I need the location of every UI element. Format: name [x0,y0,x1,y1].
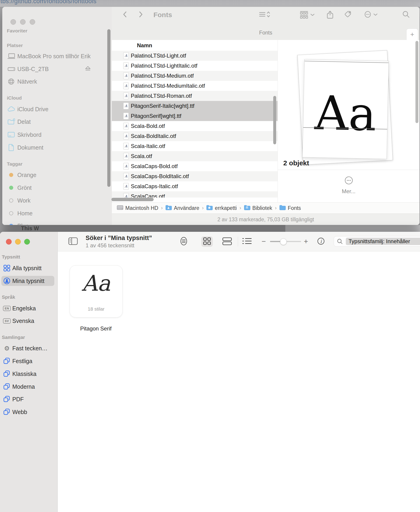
file-row[interactable]: AScala.otf [112,151,278,161]
breadcrumb-item[interactable]: Fonts [279,205,301,212]
breadcrumb-item[interactable]: errkapetti [206,205,237,212]
file-row[interactable]: APalatinoLTStd-MediumItalic.otf [112,81,278,91]
finder-sidebar-item[interactable]: Home [2,208,110,218]
eject-icon[interactable] [84,66,91,72]
list-column-header[interactable]: Namn [112,40,278,51]
fontbook-sidebar-item[interactable]: Alla typsnitt [0,263,58,273]
sidebar-toggle-button[interactable] [68,237,78,246]
fontbook-sidebar-item[interactable]: Moderna [0,382,58,392]
search-icon [337,238,343,245]
sidebar-toggle-icon [68,242,78,246]
fontbook-subtitle: 1 av 456 teckensnitt [86,242,152,249]
file-row[interactable]: AScalaCaps-Bold.otf [112,161,278,171]
list-scrollbar[interactable] [273,96,276,144]
file-row[interactable]: APalatinoLTStd-LightItalic.otf [112,61,278,71]
group-view-button[interactable] [300,10,315,20]
finder-sidebar-item[interactable]: Dokument [2,143,110,153]
fontbook-sidebar-item[interactable]: Festliga [0,356,58,366]
finder-sidebar-item[interactable]: MacBook Pro som tillhör Erik [2,51,110,61]
file-row[interactable]: APalatinoLTStd-Medium.otf [112,71,278,81]
more-actions-button[interactable] [364,10,378,19]
finder-sidebar-item[interactable]: Grönt [2,183,110,193]
rows-view-icon [222,237,232,246]
finder-sidebar-item[interactable]: Blue [2,221,110,225]
file-row[interactable]: AScalaCaps.otf [112,191,278,198]
laptop-icon [7,53,15,60]
finder-sidebar-item[interactable]: Work [2,196,110,206]
file-list: Namn APalatinoLTStd-Light.otfAPalatinoLT… [112,40,278,198]
preview-pane: Aa 2 objekt Mer... [278,40,420,202]
rows-view-button[interactable] [221,236,233,247]
list-view-button[interactable] [259,10,270,19]
fontbook-sidebar-item[interactable]: SVSvenska [0,316,58,326]
external-drive-icon [7,66,15,72]
font-file-icon: A [123,62,129,69]
fontbook-sidebar-item[interactable]: Webb [0,407,58,417]
finder-sidebar-item[interactable]: Orange [2,170,110,180]
grid-view-button[interactable] [201,236,213,247]
font-file-icon: A [123,123,129,130]
horizontal-scrollbar[interactable] [111,198,154,201]
status-text: 2 av 133 markerade, 75,03 GB tillgänglig… [217,216,314,223]
preview-scrollbar[interactable] [415,41,418,123]
minimize-button[interactable] [15,239,21,245]
close-button[interactable] [10,19,16,25]
forward-button[interactable] [138,10,144,19]
zoom-button[interactable] [30,19,35,25]
search-button[interactable] [402,10,410,19]
finder-sidebar-item[interactable]: Skrivbord [2,130,110,140]
size-slider-thumb[interactable] [280,238,287,245]
sidebar-section-header: iCloud [7,95,22,101]
status-bar: 2 av 133 markerade, 75,03 GB tillgänglig… [112,214,420,225]
globe-icon [7,78,15,85]
zoom-out-button[interactable]: − [262,237,266,246]
fontbook-sidebar-item[interactable]: PDF [0,394,58,404]
sidebar-section-header: Typsnitt [2,254,20,260]
finder-sidebar-item[interactable]: iCloud Drive [2,104,110,114]
info-button[interactable]: i [315,236,327,247]
font-family-card[interactable]: Aa 18 stilar [70,265,123,317]
finder-sidebar-item[interactable]: USB-C_2TB [2,64,110,74]
fontbook-sidebar-item-selected[interactable]: Mina typsnitt [0,276,58,286]
zoom-button[interactable] [24,239,30,245]
tag-button[interactable] [344,10,352,19]
sidebar-section-header: Samlingar [2,335,25,340]
breadcrumb-item[interactable]: Macintosh HD [117,204,158,212]
sidebar-scrollbar[interactable] [107,29,111,187]
fontbook-sidebar-item[interactable]: ⚙Fast tecken… [0,343,58,353]
search-field[interactable]: Typsnittsfamilj: Innehåller [334,236,420,247]
filter-button[interactable] [178,236,189,247]
finder-sidebar-item[interactable]: Nätverk [2,76,110,87]
share-button[interactable] [326,10,334,20]
file-row[interactable]: AScala-Bold.otf [112,121,278,131]
breadcrumb-item[interactable]: Bibliotek [244,205,272,212]
fontbook-sidebar-item[interactable]: ENEngelska [0,303,58,313]
file-row[interactable]: AScala-BoldItalic.otf [112,131,278,141]
shared-folder-icon [7,118,15,125]
fontbook-sidebar-item[interactable]: Klassiska [0,369,58,379]
file-row[interactable]: APalatinoLTStd-Light.otf [112,51,278,61]
list-view-button[interactable] [241,236,253,247]
more-section[interactable]: Mer... [278,176,420,195]
zoom-in-button[interactable]: + [304,237,308,246]
preview-page-front: Aa [302,59,389,159]
minimize-button[interactable] [20,19,26,25]
file-row[interactable]: AScalaCaps-BoldItalic.otf [112,171,278,181]
font-file-icon: A [123,193,129,198]
search-token[interactable]: Typsnittsfamilj: Innehåller [346,238,420,245]
new-tab-button[interactable]: + [406,29,418,40]
collection-icon [3,383,11,390]
file-row[interactable]: APitagonSerif-Italic[wght].ttf [112,101,278,111]
more-icon [364,10,372,19]
file-row[interactable]: APitagonSerif[wght].ttf [112,111,278,121]
back-button[interactable] [122,10,128,19]
finder-sidebar-item[interactable]: Delat [2,117,110,127]
file-row[interactable]: AScala-Italic.otf [112,141,278,151]
close-button[interactable] [6,239,12,245]
file-row[interactable]: APalatinoLTStd-Roman.otf [112,91,278,101]
sidebar-section-header: Platser [7,43,23,48]
collection-icon [3,357,11,365]
file-row[interactable]: AScalaCaps-Italic.otf [112,181,278,191]
breadcrumb-item[interactable]: Användare [165,205,199,212]
fontbook-toolbar: Söker i ”Mina typsnitt” 1 av 456 teckens… [58,232,420,252]
